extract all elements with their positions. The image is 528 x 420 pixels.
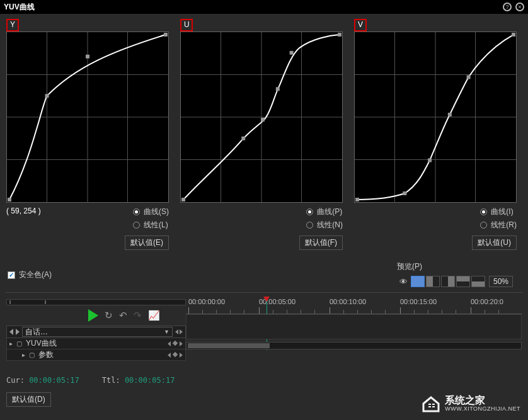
- play-button[interactable]: [88, 309, 98, 322]
- curve-column-v: V 曲线(I) 线性(R) 默认值(U): [354, 19, 517, 250]
- track-collapse-left-icon[interactable]: [9, 329, 13, 335]
- ttl-label: Ttl:: [102, 376, 120, 385]
- preview-area: 预览(P) 👁 50%: [397, 261, 514, 288]
- curve-controls-y: ( 59, 254 ) 曲线(S) 线性(L): [6, 207, 169, 230]
- radio-linear-v-label: 线性(R): [491, 220, 517, 230]
- radio-linear-u-label: 线性(N): [317, 220, 343, 230]
- curve-controls-v: 曲线(I) 线性(R): [354, 207, 517, 230]
- next-key-icon[interactable]: [180, 341, 183, 346]
- timeline-scrollbar[interactable]: [186, 342, 522, 349]
- curve-canvas-y[interactable]: [6, 31, 169, 203]
- graph-icon[interactable]: 📈: [148, 310, 160, 321]
- radio-linear-v[interactable]: 线性(R): [480, 220, 517, 230]
- eye-icon[interactable]: 👁: [398, 276, 410, 287]
- svg-rect-19: [276, 87, 280, 91]
- prev-key-icon[interactable]: [168, 353, 171, 358]
- preview-label: 预览(P): [397, 261, 422, 272]
- curve-canvas-u[interactable]: [180, 31, 343, 203]
- ruler-label-2: 00:00:10:00: [330, 298, 366, 305]
- ruler-label-0: 00:00:00:00: [188, 298, 225, 305]
- track-dropdown[interactable]: 自话… ▼: [22, 327, 173, 337]
- next-key-icon[interactable]: [180, 329, 183, 334]
- scrollbar-thumb[interactable]: [188, 343, 270, 348]
- safecolor-preview-row: ✓ 安全色(A) 预览(P) 👁 50%: [0, 258, 528, 292]
- radio-linear-y[interactable]: 线性(L): [133, 220, 169, 230]
- keyframe-lane[interactable]: [186, 314, 522, 339]
- expand-icon[interactable]: ▸: [9, 340, 13, 347]
- watermark-main: 系统之家: [445, 395, 520, 406]
- redo-icon[interactable]: ↷: [134, 310, 142, 321]
- timeline-right: 00:00:00:00 00:00:05:00 00:00:10:00 00:0…: [186, 297, 522, 385]
- expand-icon[interactable]: ▸: [22, 351, 25, 358]
- cur-value: 00:00:05:17: [29, 376, 79, 385]
- svg-rect-9: [164, 33, 168, 37]
- preview-mode-split-h2[interactable]: [471, 276, 485, 287]
- curve-canvas-v[interactable]: [354, 31, 517, 203]
- svg-rect-17: [241, 137, 245, 140]
- preview-mode-split-v1[interactable]: [426, 276, 440, 287]
- radio-curve-u[interactable]: 曲线(P): [306, 207, 343, 217]
- track-row-yuv[interactable]: ▸ ▢ YUV曲线: [6, 338, 186, 349]
- help-button[interactable]: ?: [503, 3, 512, 11]
- svg-rect-30: [428, 158, 432, 162]
- panel-header-buttons: ? ×: [503, 3, 524, 11]
- svg-rect-18: [261, 118, 265, 122]
- prev-key-icon[interactable]: [168, 341, 171, 346]
- track-dropdown-value: 自话…: [25, 327, 48, 338]
- close-button[interactable]: ×: [515, 3, 524, 11]
- ruler-label-3: 00:00:15:00: [400, 298, 437, 305]
- prev-key-icon[interactable]: [175, 329, 178, 334]
- preview-mode-split-v2[interactable]: [441, 276, 455, 287]
- cur-label: Cur:: [6, 376, 25, 385]
- divider: [5, 292, 523, 293]
- keyframe-icon[interactable]: [173, 340, 178, 345]
- track-collapse-right-icon[interactable]: [16, 329, 20, 335]
- preview-mode-split-h1[interactable]: [456, 276, 470, 287]
- enable-icon[interactable]: ▢: [29, 351, 35, 358]
- svg-rect-37: [432, 406, 435, 407]
- timeline-ruler[interactable]: 00:00:00:00 00:00:05:00 00:00:10:00 00:0…: [186, 297, 522, 314]
- svg-rect-6: [8, 198, 11, 201]
- chevron-down-icon: ▼: [164, 329, 169, 335]
- track-header-nav: [175, 329, 183, 334]
- svg-rect-34: [428, 404, 431, 405]
- track-row-params[interactable]: ▸ ▢ 参数: [6, 349, 186, 361]
- safe-color-checkbox[interactable]: ✓ 安全色(A): [8, 270, 52, 280]
- track-header: 自话… ▼: [6, 326, 186, 338]
- radio-curve-y[interactable]: 曲线(S): [133, 207, 169, 217]
- curve-column-y: Y ( 59, 254 ) 曲线(S) 线性(L) 默认值(E): [6, 19, 169, 250]
- timeline-left: ↻ ↶ ↷ 📈 自话… ▼ ▸ ▢: [6, 297, 186, 385]
- keyframe-icon[interactable]: [173, 351, 178, 356]
- curve-controls-u: 曲线(P) 线性(N): [180, 207, 343, 230]
- svg-rect-20: [290, 51, 294, 55]
- track-scroll-mini[interactable]: [6, 299, 186, 305]
- safe-color-label: 安全色(A): [19, 270, 52, 280]
- watermark-logo-icon: [421, 394, 441, 414]
- preview-mode-full[interactable]: [411, 276, 425, 287]
- timeline-controls: ↻ ↶ ↷ 📈: [6, 307, 186, 324]
- svg-rect-33: [512, 33, 515, 37]
- track-row-params-label: 参数: [38, 349, 54, 360]
- undo-icon[interactable]: ↶: [119, 310, 127, 321]
- svg-rect-16: [181, 198, 185, 201]
- default-button-v[interactable]: 默认值(U): [472, 236, 517, 250]
- svg-rect-32: [467, 76, 471, 79]
- svg-rect-28: [355, 198, 359, 201]
- radio-linear-y-label: 线性(L): [144, 220, 168, 230]
- svg-rect-36: [428, 406, 431, 407]
- radio-curve-u-label: 曲线(P): [317, 207, 342, 217]
- next-key-icon[interactable]: [180, 353, 183, 358]
- panel-title: YUV曲线: [4, 2, 35, 13]
- panel-header: YUV曲线 ? ×: [0, 0, 528, 14]
- radio-linear-u[interactable]: 线性(N): [306, 220, 343, 230]
- curve-column-u: U 曲线(P) 线性(N) 默认值(F): [180, 19, 343, 250]
- default-button-y[interactable]: 默认值(E): [125, 236, 169, 250]
- playhead-icon[interactable]: [263, 297, 270, 302]
- radio-curve-v-label: 曲线(I): [491, 207, 513, 217]
- default-button-u[interactable]: 默认值(F): [299, 236, 343, 250]
- preview-zoom[interactable]: 50%: [489, 276, 513, 287]
- loop-icon[interactable]: ↻: [105, 310, 113, 321]
- default-button-bottom[interactable]: 默认值(D): [6, 392, 51, 407]
- radio-curve-v[interactable]: 曲线(I): [480, 207, 517, 217]
- enable-icon[interactable]: ▢: [16, 340, 22, 347]
